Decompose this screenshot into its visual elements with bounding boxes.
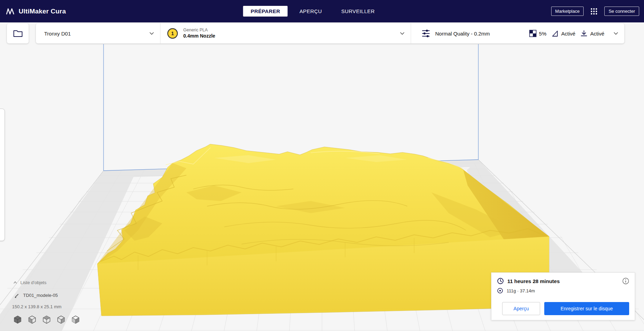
material-labels: Generic PLA 0.4mm Nozzle xyxy=(183,28,215,39)
apps-grid-icon[interactable] xyxy=(590,7,598,16)
printer-selector[interactable]: Tronxy D01 xyxy=(36,23,160,43)
svg-text:1: 1 xyxy=(171,31,174,36)
print-time: 11 heures 28 minutes xyxy=(507,278,560,284)
tab-monitor[interactable]: SURVEILLER xyxy=(334,6,382,17)
material-usage-row: 111g · 37.14m xyxy=(497,288,629,294)
camera-view-buttons xyxy=(13,315,80,324)
view-front-button[interactable] xyxy=(28,315,37,324)
viewport-3d[interactable]: Tronxy D01 1 Generic PLA 0.4mm Nozzle xyxy=(0,22,644,331)
top-bar: UltiMaker Cura PRÉPARER APERÇU SURVEILLE… xyxy=(0,0,644,22)
info-icon[interactable] xyxy=(622,278,629,284)
infill-icon xyxy=(529,30,537,37)
profile-label: Normal Quality - 0.2mm xyxy=(435,31,490,37)
chevron-down-icon xyxy=(400,32,404,35)
marketplace-button[interactable]: Marketplace xyxy=(551,7,584,16)
support-icon xyxy=(551,30,559,37)
open-file-button[interactable] xyxy=(7,23,29,43)
chevron-up-icon xyxy=(13,281,17,285)
ultimaker-logo-icon xyxy=(6,8,15,15)
sliders-icon xyxy=(421,29,430,38)
printer-name: Tronxy D01 xyxy=(44,31,71,37)
clock-icon xyxy=(497,278,504,284)
edit-pencil-icon xyxy=(14,293,19,298)
infill-value: 5% xyxy=(539,31,547,37)
material-selector[interactable]: 1 Generic PLA 0.4mm Nozzle xyxy=(160,23,411,43)
tab-prepare[interactable]: PRÉPARER xyxy=(243,6,287,17)
spool-icon xyxy=(497,288,503,294)
support-value: Activé xyxy=(561,31,575,37)
view-3d-button[interactable] xyxy=(13,315,22,324)
app-logo: UltiMaker Cura xyxy=(6,0,66,22)
build-volume-lines xyxy=(104,44,478,171)
view-top-button[interactable] xyxy=(42,315,51,324)
save-to-disk-button[interactable]: Enregistrer sur le disque xyxy=(544,302,629,315)
model-name: TD01_modele-05 xyxy=(23,293,58,298)
topbar-right: Marketplace Se connecter xyxy=(551,0,639,22)
model-dimensions: 150.2 x 139.8 x 25.1 mm xyxy=(12,304,61,309)
print-settings-selector[interactable]: Normal Quality - 0.2mm 5% Activé Ac xyxy=(411,23,624,43)
preview-button[interactable]: Aperçu xyxy=(502,302,540,315)
extruder-1-badge: 1 xyxy=(167,28,178,39)
tool-panel-collapsed[interactable] xyxy=(0,109,5,241)
material-usage: 111g · 37.14m xyxy=(507,288,535,293)
configuration-bar: Tronxy D01 1 Generic PLA 0.4mm Nozzle xyxy=(36,23,624,43)
print-summary-panel: 11 heures 28 minutes 111g · 37.14m Aperç… xyxy=(491,272,635,320)
settings-summary: 5% Activé Activé xyxy=(529,30,609,37)
object-list-item[interactable]: TD01_modele-05 xyxy=(14,293,58,298)
object-list-toggle[interactable]: Liste d'objets xyxy=(13,280,46,285)
nozzle-size: 0.4mm Nozzle xyxy=(183,33,215,39)
object-list-label: Liste d'objets xyxy=(20,280,46,285)
chevron-down-icon xyxy=(149,32,154,35)
sign-in-button[interactable]: Se connecter xyxy=(604,7,639,16)
view-right-button[interactable] xyxy=(71,315,80,324)
view-left-button[interactable] xyxy=(57,315,66,324)
adhesion-value: Activé xyxy=(590,31,604,37)
tab-preview[interactable]: APERÇU xyxy=(292,6,330,17)
print-time-row: 11 heures 28 minutes xyxy=(497,278,629,284)
chevron-down-icon xyxy=(614,32,618,35)
folder-icon xyxy=(13,29,23,38)
stage-tabs: PRÉPARER APERÇU SURVEILLER xyxy=(243,0,382,22)
app-title: UltiMaker Cura xyxy=(19,8,66,15)
summary-actions: Aperçu Enregistrer sur le disque xyxy=(497,302,629,315)
material-name: Generic PLA xyxy=(183,28,215,33)
adhesion-icon xyxy=(580,30,588,37)
